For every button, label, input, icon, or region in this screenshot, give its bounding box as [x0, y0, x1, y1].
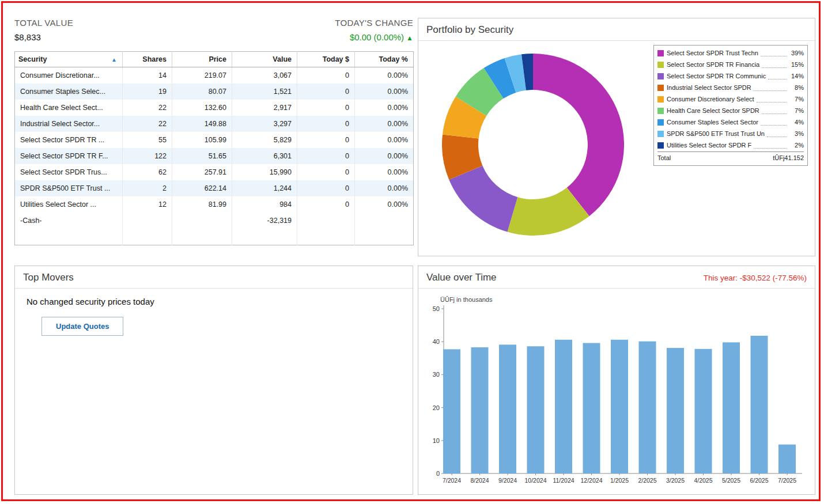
- portfolio-panel-title: Portfolio by Security: [426, 24, 513, 36]
- value-cell: 132.60: [172, 100, 232, 116]
- column-header-value[interactable]: Value: [232, 52, 297, 67]
- legend-percent: 3%: [789, 130, 804, 137]
- legend-item: Consumer Staples Select Sector4%: [657, 116, 804, 128]
- value-panel-header: Value over Time This year: -$30,522 (-77…: [418, 266, 815, 289]
- security-name-cell[interactable]: Industrial Select Sector...: [15, 116, 123, 132]
- table-row[interactable]: Select Sector SPDR TR F...12251.656,3010…: [15, 148, 414, 164]
- value-cell: 0: [297, 67, 355, 84]
- legend-item: Utilities Select Sector SPDR F2%: [657, 139, 804, 151]
- x-tick-label: 10/2024: [525, 477, 547, 484]
- legend-swatch: [657, 85, 664, 91]
- table-row[interactable]: Health Care Select Sect...22132.602,9170…: [15, 100, 414, 116]
- empty-cell: [297, 229, 355, 245]
- total-value-label: TOTAL VALUE: [14, 18, 73, 28]
- total-value-amount: $8,833: [14, 32, 73, 42]
- value-bar-chart: ÜÛFj in thousands010203040507/20248/2024…: [425, 295, 809, 488]
- value-cell: 0.00%: [355, 100, 414, 116]
- value-cell: 0.00%: [355, 164, 414, 180]
- table-row[interactable]: Select Sector SPDR TR ...55105.995,82900…: [15, 132, 414, 148]
- column-header-today-percent[interactable]: Today %: [355, 52, 414, 67]
- x-tick-label: 2/2025: [638, 477, 656, 484]
- column-header-price[interactable]: Price: [172, 52, 232, 67]
- value-cell: 0: [297, 164, 355, 180]
- table-row[interactable]: SPDR S&P500 ETF Trust ...2622.141,24400.…: [15, 180, 414, 196]
- value-cell: 0: [297, 132, 355, 148]
- security-name-cell[interactable]: Health Care Select Sect...: [15, 100, 123, 116]
- value-cell: 0.00%: [355, 180, 414, 196]
- bar: [723, 342, 740, 473]
- table-row[interactable]: Industrial Select Sector...22149.883,297…: [15, 116, 414, 132]
- security-name-cell[interactable]: Consumer Discretionar...: [15, 67, 123, 84]
- no-changes-message: No changed security prices today: [27, 297, 413, 306]
- security-name-cell[interactable]: Select Sector SPDR TR F...: [15, 148, 123, 164]
- legend-percent: 2%: [789, 142, 804, 149]
- bar: [443, 349, 460, 473]
- table-row[interactable]: Consumer Staples Selec...1980.071,52100.…: [15, 84, 414, 100]
- column-header-security[interactable]: Security▲: [15, 52, 123, 67]
- legend-item: Select Sector SPDR TR Financia15%: [657, 59, 804, 70]
- table-row[interactable]: Select Sector SPDR Trus...62257.9115,990…: [15, 164, 414, 180]
- security-name-cell: -Cash-: [15, 213, 123, 229]
- legend-percent: 7%: [789, 107, 804, 114]
- legend-percent: 7%: [789, 96, 804, 103]
- legend-swatch: [657, 108, 664, 114]
- value-cell: 2,917: [232, 100, 297, 116]
- security-name-cell[interactable]: Consumer Staples Selec...: [15, 84, 123, 100]
- value-cell: 22: [123, 116, 172, 132]
- table-row[interactable]: Consumer Discretionar...14219.073,06700.…: [15, 67, 414, 84]
- x-tick-label: 4/2025: [694, 477, 712, 484]
- total-value-block: TOTAL VALUE $8,833: [14, 18, 73, 42]
- value-over-time-panel: Value over Time This year: -$30,522 (-77…: [418, 266, 815, 495]
- value-cell: 0.00%: [355, 116, 414, 132]
- empty-cell: [123, 229, 172, 245]
- value-cell: 0: [297, 148, 355, 164]
- bar: [611, 340, 628, 473]
- update-quotes-button[interactable]: Update Quotes: [41, 317, 123, 336]
- value-cell: -32,319: [232, 213, 297, 229]
- column-header-shares[interactable]: Shares: [123, 52, 172, 67]
- legend-label: Consumer Staples Select Sector: [667, 119, 758, 126]
- legend-swatch: [657, 96, 664, 103]
- legend-item: Consumer Discretionary Select7%: [657, 93, 804, 105]
- legend-swatch: [657, 50, 664, 56]
- legend-leader: [754, 85, 787, 91]
- portfolio-panel-header: Portfolio by Security: [418, 18, 815, 41]
- legend-percent: 39%: [789, 50, 804, 56]
- legend-swatch: [657, 131, 664, 137]
- value-cell: 0.00%: [355, 84, 414, 100]
- this-year-change: This year: -$30,522 (-77.56%): [704, 274, 807, 282]
- legend-leader: [754, 142, 787, 149]
- value-cell: 0: [297, 100, 355, 116]
- value-cell: 149.88: [172, 116, 232, 132]
- portfolio-donut-chart: [438, 50, 628, 240]
- value-cell: 51.65: [172, 148, 232, 164]
- value-cell: 1,521: [232, 84, 297, 100]
- value-cell: 3,297: [232, 116, 297, 132]
- legend-percent: 14%: [789, 73, 804, 79]
- legend-leader: [762, 62, 787, 68]
- table-row[interactable]: Utilities Select Sector ...1281.9998400.…: [15, 196, 414, 213]
- legend-percent: 4%: [789, 119, 804, 126]
- portfolio-legend: Select Sector SPDR Trust Techn39%Select …: [653, 45, 808, 166]
- security-name-cell[interactable]: Select Sector SPDR Trus...: [15, 164, 123, 180]
- security-name-cell[interactable]: Utilities Select Sector ...: [15, 196, 123, 213]
- todays-change-block: TODAY'S CHANGE $0.00 (0.00%)▲: [335, 18, 413, 42]
- y-tick-label: 20: [433, 404, 440, 411]
- value-cell: 3,067: [232, 67, 297, 84]
- value-cell: 0: [297, 84, 355, 100]
- security-name-cell[interactable]: SPDR S&P500 ETF Trust ...: [15, 180, 123, 196]
- legend-total-row: TotaltÛFj41.152: [657, 151, 804, 164]
- security-name-cell[interactable]: Select Sector SPDR TR ...: [15, 132, 123, 148]
- change-up-icon: ▲: [406, 34, 413, 42]
- legend-leader: [768, 73, 787, 79]
- value-cell: 105.99: [172, 132, 232, 148]
- legend-item: Health Care Select Sector SPDR7%: [657, 105, 804, 116]
- bar: [527, 346, 545, 473]
- table-row[interactable]: -Cash--32,319: [15, 213, 414, 229]
- value-cell: 0.00%: [355, 148, 414, 164]
- column-header-today-dollar[interactable]: Today $: [297, 52, 355, 67]
- legend-leader: [761, 119, 787, 126]
- x-tick-label: 7/2025: [778, 477, 796, 484]
- bar: [695, 349, 712, 473]
- bar: [639, 342, 656, 473]
